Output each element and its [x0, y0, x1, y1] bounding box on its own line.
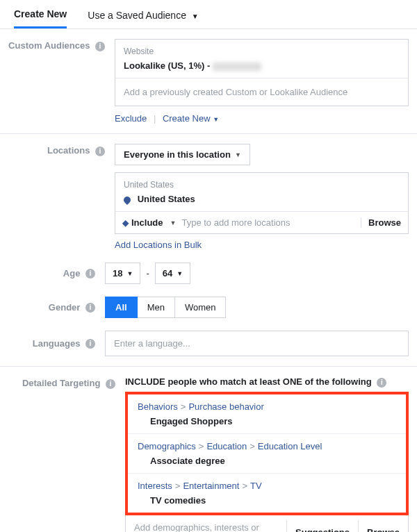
detailed-targeting-label: Detailed Targeting	[22, 378, 100, 388]
locations-browse-button[interactable]: Browse	[361, 217, 401, 228]
custom-audiences-label: Custom Audiences i	[0, 39, 115, 124]
info-icon[interactable]: i	[95, 42, 105, 51]
gender-label: Gender	[49, 302, 81, 313]
add-locations-bulk-link[interactable]: Add Locations in Bulk	[115, 240, 202, 250]
info-icon[interactable]: i	[85, 303, 95, 313]
locations-box: United States United States ◆ Include ▼ …	[115, 172, 409, 234]
info-icon[interactable]: i	[106, 379, 115, 389]
detailed-targeting-highlight: Behaviors>Purchase behavior Engaged Shop…	[125, 392, 409, 515]
exclude-link[interactable]: Exclude	[115, 113, 147, 124]
targeting-value: Associate degree	[150, 456, 396, 466]
include-dropdown[interactable]: ◆ Include ▼	[122, 217, 176, 228]
age-range-dash: -	[146, 268, 149, 279]
redacted-text	[213, 63, 261, 71]
suggestions-button[interactable]: Suggestions	[286, 520, 358, 532]
location-selected[interactable]: United States	[124, 194, 400, 204]
info-icon[interactable]: i	[85, 269, 95, 279]
gender-toggle-group: All Men Women	[105, 297, 226, 318]
age-min-dropdown[interactable]: 18 ▼	[105, 263, 140, 284]
info-icon[interactable]: i	[85, 339, 95, 349]
locations-region: United States	[124, 180, 400, 190]
custom-audience-selected[interactable]: Lookalike (US, 1%) -	[124, 60, 400, 71]
targeting-breadcrumb: Demographics>Education>Education Level	[138, 441, 396, 451]
custom-audience-category: Website	[124, 47, 400, 56]
targeting-item[interactable]: Behaviors>Purchase behavior Engaged Shop…	[128, 394, 406, 434]
info-icon[interactable]: i	[95, 147, 105, 156]
targeting-breadcrumb: Interests>Entertainment>TV	[138, 481, 396, 491]
caret-down-icon: ▼	[126, 270, 133, 277]
gender-option-men[interactable]: Men	[138, 297, 175, 318]
languages-label: Languages	[33, 338, 81, 349]
age-label: Age	[63, 268, 81, 279]
gender-option-all[interactable]: All	[105, 297, 138, 318]
tab-create-new[interactable]: Create New	[14, 0, 67, 28]
caret-down-icon: ▼	[235, 151, 241, 158]
divider: |	[154, 113, 156, 124]
locations-label: Locations	[47, 145, 90, 156]
age-max-dropdown[interactable]: 64 ▼	[155, 263, 190, 284]
caret-down-icon: ▼	[170, 219, 177, 226]
detailed-targeting-headline: INCLUDE people who match at least ONE of…	[125, 376, 372, 387]
info-icon[interactable]: i	[377, 378, 386, 388]
tab-saved-audience-label: Use a Saved Audience	[88, 10, 186, 21]
tab-saved-audience[interactable]: Use a Saved Audience ▼	[88, 1, 198, 28]
map-pin-icon: ◆	[122, 218, 129, 228]
create-new-link[interactable]: Create New ▼	[163, 113, 219, 124]
languages-input[interactable]: Enter a language...	[105, 331, 409, 356]
caret-down-icon: ▼	[213, 116, 219, 123]
custom-audience-input[interactable]: Add a previously created Custom or Looka…	[115, 78, 408, 106]
targeting-item[interactable]: Interests>Entertainment>TV TV comedies	[128, 474, 406, 513]
targeting-value: Engaged Shoppers	[150, 416, 396, 426]
map-pin-icon	[122, 194, 132, 204]
custom-audiences-box: Website Lookalike (US, 1%) - Add a previ…	[115, 39, 409, 106]
detailed-targeting-input[interactable]: Add demographics, interests or behaviors	[126, 515, 286, 532]
targeting-value: TV comedies	[150, 495, 396, 506]
caret-down-icon: ▼	[177, 270, 183, 277]
targeting-item[interactable]: Demographics>Education>Education Level A…	[128, 434, 406, 474]
caret-down-icon: ▼	[192, 13, 199, 20]
detailed-targeting-browse-button[interactable]: Browse	[358, 520, 408, 532]
locations-input[interactable]: Type to add more locations	[181, 217, 355, 228]
gender-option-women[interactable]: Women	[175, 297, 227, 318]
locations-scope-dropdown[interactable]: Everyone in this location ▼	[115, 144, 250, 165]
targeting-breadcrumb: Behaviors>Purchase behavior	[138, 401, 396, 412]
